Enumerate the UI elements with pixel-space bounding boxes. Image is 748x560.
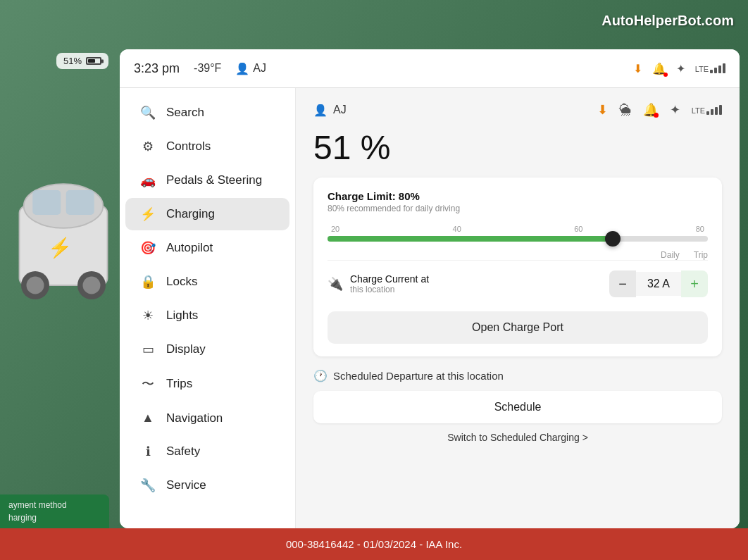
switch-charging-link[interactable]: Switch to Scheduled Charging >: [313, 432, 722, 443]
signal-bar-2: [714, 68, 717, 73]
status-bar: 3:23 pm -39°F 👤 AJ ⬇ 🔔 ✦ LTE: [120, 49, 740, 88]
signal-bar-3: [718, 66, 721, 73]
status-temp: -39°F: [194, 62, 221, 75]
h-bar-1: [706, 111, 709, 115]
charge-increase-button[interactable]: +: [681, 270, 708, 297]
sidebar-item-lights[interactable]: ☀ Lights: [125, 299, 289, 332]
charge-limit-title: Charge Limit: 80%: [328, 190, 708, 202]
charge-current-title: Charge Current at: [350, 273, 609, 285]
sidebar-item-trips[interactable]: 〜 Trips: [125, 367, 289, 401]
slider-label-80: 80: [696, 225, 704, 233]
header-bell-icon: 🔔: [643, 102, 659, 118]
sidebar-item-service[interactable]: 🔧 Service: [125, 469, 289, 502]
service-icon: 🔧: [139, 478, 156, 493]
bottom-left-label: ayment method harging: [0, 494, 109, 528]
sidebar-label-pedals: Pedals & Steering: [166, 173, 262, 187]
svg-text:⚡: ⚡: [48, 236, 73, 259]
scheduled-title-text: Scheduled Departure at this location: [333, 370, 504, 382]
car-image: ⚡: [0, 92, 127, 373]
charge-current-text: Charge Current at this location: [350, 273, 609, 294]
sidebar-label-charging: Charging: [166, 207, 215, 221]
bluetooth-icon: ✦: [676, 62, 685, 75]
sidebar-label-display: Display: [166, 342, 206, 356]
svg-point-5: [27, 277, 44, 294]
pedals-icon: 🚗: [139, 173, 156, 188]
h-bar-4: [719, 105, 722, 115]
slider-label-40: 40: [453, 225, 461, 233]
header-weather-icon: 🌦: [619, 103, 632, 118]
bottom-banner-text: 000-38416442 - 01/03/2024 - IAA Inc.: [286, 538, 462, 550]
download-icon: ⬇: [633, 62, 642, 75]
charge-slider-track[interactable]: [328, 236, 708, 242]
h-bar-2: [711, 109, 713, 115]
sidebar: 🔍 Search ⚙ Controls 🚗 Pedals & Steering …: [120, 88, 296, 528]
trips-icon: 〜: [139, 375, 156, 392]
battery-fill: [88, 59, 95, 63]
daily-label: Daily: [661, 250, 680, 260]
phone-battery-percent: 51%: [63, 56, 82, 66]
lte-label: LTE: [695, 65, 709, 73]
sidebar-item-pedals[interactable]: 🚗 Pedals & Steering: [125, 164, 289, 197]
charge-decrease-button[interactable]: −: [609, 270, 636, 297]
sidebar-label-autopilot: Autopilot: [166, 241, 213, 255]
sidebar-item-display[interactable]: ▭ Display: [125, 333, 289, 366]
svg-rect-2: [32, 190, 61, 215]
user-icon: 👤: [235, 62, 249, 75]
bottom-banner: 000-38416442 - 01/03/2024 - IAA Inc.: [0, 528, 748, 560]
sidebar-label-safety: Safety: [166, 444, 200, 459]
sidebar-item-controls[interactable]: ⚙ Controls: [125, 130, 289, 163]
schedule-button[interactable]: Schedule: [313, 391, 722, 423]
user-name: AJ: [253, 62, 266, 75]
header-lte-label: LTE: [692, 106, 705, 115]
charge-slider-fill: [328, 236, 613, 242]
user-header: 👤 AJ ⬇ 🌦 🔔 ✦ LTE: [313, 102, 722, 118]
charge-limit-sub: 80% recommended for daily driving: [328, 204, 708, 213]
signal-bar-4: [723, 63, 725, 73]
sidebar-item-search[interactable]: 🔍 Search: [125, 97, 289, 129]
charge-value: 32 A: [636, 272, 681, 296]
tesla-screen: 3:23 pm -39°F 👤 AJ ⬇ 🔔 ✦ LTE: [120, 49, 740, 528]
payment-line2: harging: [8, 511, 101, 524]
battery-percentage: 51 %: [313, 128, 722, 167]
charge-card: Charge Limit: 80% 80% recommended for da…: [313, 178, 722, 356]
h-bar-3: [715, 107, 718, 115]
autopilot-icon: 🎯: [139, 240, 156, 256]
lights-icon: ☀: [139, 308, 156, 323]
controls-icon: ⚙: [139, 139, 156, 154]
user-header-name: AJ: [333, 104, 347, 116]
watermark: AutoHelperBot.com: [601, 13, 734, 29]
sidebar-label-locks: Locks: [166, 275, 197, 289]
battery-icon: [86, 57, 101, 65]
sidebar-item-locks[interactable]: 🔒 Locks: [125, 266, 289, 298]
charge-slider-thumb[interactable]: [605, 231, 621, 247]
bell-dot: [654, 113, 659, 118]
display-icon: ▭: [139, 342, 156, 357]
sidebar-label-controls: Controls: [166, 139, 211, 154]
charge-current-sub: this location: [350, 285, 609, 294]
sidebar-item-charging[interactable]: ⚡ Charging: [125, 198, 289, 230]
status-user: 👤 AJ: [235, 62, 266, 75]
open-charge-port-button[interactable]: Open Charge Port: [328, 311, 708, 344]
navigation-icon: ▲: [139, 411, 156, 425]
right-panel: 👤 AJ ⬇ 🌦 🔔 ✦ LTE: [296, 88, 740, 528]
scheduled-title: 🕐 Scheduled Departure at this location: [313, 369, 722, 382]
search-icon: 🔍: [139, 105, 156, 120]
header-icons-row: ⬇ 🌦 🔔 ✦ LTE: [597, 102, 722, 118]
svg-point-7: [83, 277, 101, 294]
sidebar-item-safety[interactable]: ℹ Safety: [125, 435, 289, 468]
status-time: 3:23 pm: [134, 61, 180, 76]
trip-label: Trip: [694, 250, 708, 260]
signal-bar-1: [710, 70, 713, 73]
charging-icon: ⚡: [139, 206, 156, 222]
slider-label-20: 20: [331, 225, 339, 233]
sidebar-label-trips: Trips: [166, 377, 192, 391]
lte-signal: LTE: [695, 63, 725, 73]
sidebar-item-navigation[interactable]: ▲ Navigation: [125, 402, 289, 434]
plug-icon: 🔌: [328, 276, 343, 292]
sidebar-item-autopilot[interactable]: 🎯 Autopilot: [125, 232, 289, 264]
car-svg: ⚡: [11, 134, 116, 331]
bell-icon: 🔔: [652, 62, 666, 75]
header-bluetooth-icon: ✦: [670, 102, 680, 118]
sidebar-label-lights: Lights: [166, 309, 198, 323]
sidebar-label-search: Search: [166, 106, 204, 120]
